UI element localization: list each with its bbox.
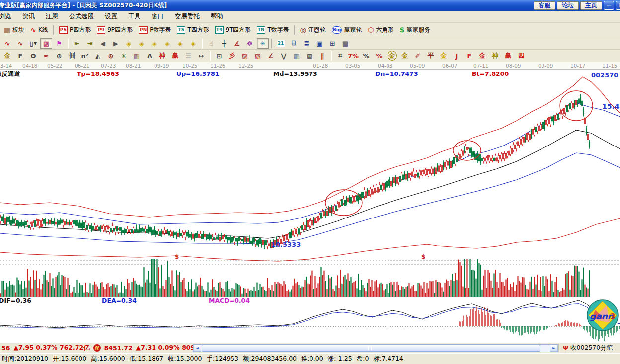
gann-compass-icon[interactable]: ⊕ [53, 51, 65, 61]
ruler-123-icon[interactable]: ☰ [182, 51, 194, 61]
blocks-button[interactable]: ▦板块 [1, 25, 27, 35]
price-scale-icon[interactable]: ⌗ [334, 51, 346, 61]
grid-dense-icon[interactable]: ▦ [291, 51, 303, 61]
gann-wheel-button[interactable]: ◎江恩轮 [297, 25, 329, 35]
four-angle-icon[interactable]: 四 [515, 51, 527, 61]
pattern-brain-icon[interactable]: ✳ [257, 38, 269, 49]
gold-circle-icon[interactable]: 金 [386, 51, 398, 61]
gold-ratio-icon[interactable]: 金 [1, 51, 13, 61]
hexagon-button[interactable]: ⬡六角形 [365, 25, 396, 35]
menu-item-5[interactable]: 工具 [123, 11, 146, 22]
winner-wheel-button[interactable]: Big赢家轮 [329, 25, 365, 35]
bars-grid-icon[interactable]: 卌 [66, 51, 78, 61]
export-icon[interactable]: ⊞ [326, 38, 338, 49]
calculator-icon[interactable]: ⌸ [288, 38, 300, 49]
diamond-expand-icon[interactable]: ◈ [161, 38, 173, 49]
customer-service-button[interactable]: 客服 [534, 1, 555, 10]
candle-style-icon[interactable]: ▯▼ [27, 38, 39, 49]
menu-item-3[interactable]: 公式选股 [64, 11, 99, 22]
maximize-button[interactable]: □ [616, 1, 620, 10]
percent-lines-icon-glyph: % [376, 52, 382, 60]
p9-square-button[interactable]: P99P四方形 [94, 25, 136, 35]
percent-7-icon[interactable]: 7% [347, 51, 359, 61]
star-burst-icon[interactable]: ✳ [118, 51, 130, 61]
menu-item-7[interactable]: 交易委托 [169, 11, 205, 22]
calendar-icon[interactable]: 21 [275, 38, 287, 49]
mirror-angle-icon[interactable]: ◭ [92, 51, 104, 61]
t-square-button[interactable]: TST四方形 [174, 25, 212, 35]
pattern-select-icon[interactable]: ▩ [40, 38, 52, 49]
scrollbar-thumb[interactable] [202, 345, 540, 352]
shen-angle-icon[interactable]: 神 [489, 51, 501, 61]
gold-angle-icon[interactable]: 金 [476, 51, 488, 61]
menu-item-1[interactable]: 资讯 [17, 11, 40, 22]
fan-rays-icon[interactable]: 彡 [226, 51, 238, 61]
print-icon[interactable]: ▤ [339, 38, 351, 49]
parallel-rays-icon[interactable]: ∥ [316, 51, 328, 61]
v-lines-icon[interactable]: ⋁ [278, 51, 290, 61]
goto-last-icon[interactable]: ⇥ [84, 38, 96, 49]
scroll-left-arrow[interactable]: ◄ [193, 345, 201, 352]
grid-arrow-icon[interactable]: ▩ [304, 51, 315, 61]
fan-box-icon[interactable]: ▨ [239, 51, 251, 61]
scroll-right-arrow[interactable]: ► [550, 345, 558, 352]
report-icon[interactable]: ≣ [301, 38, 312, 49]
n-square-icon[interactable]: n² [79, 51, 91, 61]
span-arrows-icon[interactable]: ↔ [195, 51, 207, 61]
shen-tool-icon[interactable]: 神 [156, 51, 168, 61]
kline-style-3-icon[interactable]: ∿ [1, 38, 13, 49]
winner-service-button[interactable]: $赢家服务 [397, 25, 434, 35]
scrollbar-track[interactable] [201, 345, 550, 352]
grid-target-icon[interactable]: ▦ [131, 51, 143, 61]
menu-item-8[interactable]: 帮助 [205, 11, 229, 22]
gann-shape-icon[interactable]: ☸ [244, 38, 256, 49]
menu-item-4[interactable]: 设置 [99, 11, 123, 22]
f-angle-icon[interactable]: F [464, 51, 475, 61]
menu-bar: 浏览资讯江恩公式选股设置工具窗口交易委托帮助 [0, 11, 620, 23]
forum-button[interactable]: 论坛 [557, 1, 579, 10]
diamond-left-icon[interactable]: ◈ [123, 38, 135, 49]
diamond-all-icon[interactable]: ◈ [174, 38, 186, 49]
ying-angle-icon[interactable]: 赢 [502, 51, 514, 61]
candle-style-icon-dropdown[interactable]: ▼ [34, 41, 37, 46]
box-frame-icon[interactable]: ⊡ [213, 51, 225, 61]
minimize-button[interactable]: — [604, 1, 614, 10]
step-forward-icon[interactable]: ▶ [110, 38, 122, 49]
menu-item-2[interactable]: 江恩 [40, 11, 64, 22]
step-back-icon[interactable]: ◀ [97, 38, 109, 49]
menu-item-0[interactable]: 浏览 [0, 11, 17, 22]
percent-icon[interactable]: % [360, 51, 372, 61]
spiral-icon[interactable]: ʘ [27, 51, 39, 61]
diamond-move-icon[interactable]: ◈ [187, 38, 199, 49]
percent-lines-icon[interactable]: % [373, 51, 385, 61]
homepage-button[interactable]: 主页 [580, 1, 602, 10]
angle-measure-icon[interactable]: ∡ [231, 38, 243, 49]
t9-square-button[interactable]: T99T四方形 [212, 25, 254, 35]
t-number-table-button[interactable]: TNT数字表 [254, 25, 292, 35]
crosshair-icon[interactable]: ┼ [218, 38, 230, 49]
fan-box-alt-icon[interactable]: ▧ [252, 51, 264, 61]
fibonacci-grid-icon[interactable]: F [14, 51, 26, 61]
angle-rays-icon[interactable]: ∠ [265, 51, 277, 61]
gold-lines-icon[interactable]: 金 [399, 51, 411, 61]
flag-pen-icon[interactable]: ✐ [412, 51, 424, 61]
p-square-button[interactable]: PSP四方形 [56, 25, 94, 35]
goto-first-icon[interactable]: ⇤ [71, 38, 83, 49]
p-number-table-button[interactable]: PNP数字表 [136, 25, 174, 35]
kline-button[interactable]: ∿K线 [27, 25, 51, 35]
menu-item-6[interactable]: 窗口 [146, 11, 169, 22]
pen-marker-icon[interactable]: ✒ [40, 51, 52, 61]
j-angle-icon[interactable]: J [451, 51, 463, 61]
hand-tool-icon[interactable]: ☝ [205, 38, 217, 49]
peak-marker-icon[interactable]: Λ [144, 51, 155, 61]
diamond-right-icon[interactable]: ◈ [136, 38, 148, 49]
chart-scrollbar[interactable]: ◄ ► [193, 344, 558, 352]
circle-target-icon[interactable]: ⊕ [105, 51, 117, 61]
gold-three-icon[interactable]: 金 [438, 51, 450, 61]
diamond-horizontal-icon[interactable]: ◈ [149, 38, 160, 49]
kline-style-9-icon[interactable]: ∿ [14, 38, 26, 49]
ying-tool-icon[interactable]: 赢 [169, 51, 181, 61]
chart-colors-icon[interactable]: ⚑ [53, 38, 65, 49]
save-icon[interactable]: ▣ [313, 38, 325, 49]
level-lines-icon[interactable]: 平 [425, 51, 437, 61]
